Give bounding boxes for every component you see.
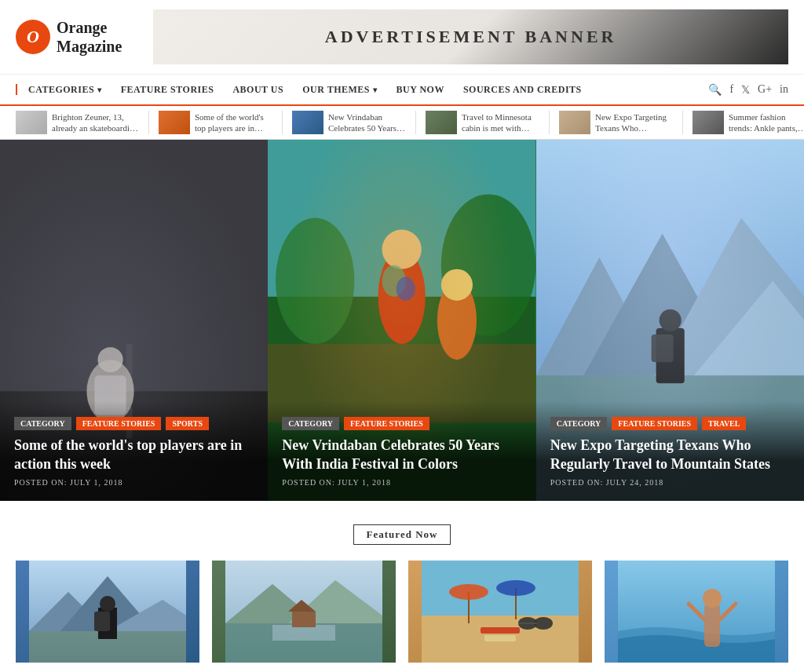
- hero-badges-right: Category Feature Stories Travel: [550, 417, 790, 430]
- svg-rect-40: [292, 612, 316, 627]
- nav-item-buy-now[interactable]: BUY NOW: [387, 74, 454, 105]
- svg-point-25: [659, 309, 681, 331]
- ticker-bar: Brighton Zeuner, 13, already an skateboa…: [0, 106, 804, 140]
- svg-rect-34: [94, 612, 110, 631]
- featured-thumb: [408, 561, 592, 663]
- hero-date-left: POSTED ON: JULY 1, 2018: [14, 478, 254, 487]
- svg-marker-21: [654, 217, 804, 375]
- featured-heading: Featured Now: [16, 524, 788, 545]
- search-icon[interactable]: 🔍: [708, 83, 722, 97]
- nav-item-feature-stories[interactable]: FEATURE STORIES: [111, 74, 224, 105]
- nav-item-our-themes[interactable]: OUR THEMES ▾: [293, 74, 386, 105]
- ticker-text: New Vrindaban Celebrates 50 Years With I…: [328, 111, 406, 134]
- linkedin-icon[interactable]: in: [780, 83, 788, 96]
- hero-title-right: New Expo Targeting Texans Who Regularly …: [550, 436, 790, 473]
- svg-marker-19: [536, 257, 663, 376]
- ticker-text: New Expo Targeting Texans Who Regularly …: [595, 111, 673, 134]
- svg-point-56: [703, 589, 722, 608]
- featured-heading-label: Featured Now: [353, 524, 451, 545]
- list-item[interactable]: Travel to Minnesota cabin is met with la…: [416, 111, 550, 134]
- ticker-thumb: [559, 111, 590, 134]
- svg-point-48: [496, 580, 535, 596]
- ticker-text: Some of the world's top players are in a…: [195, 111, 272, 134]
- svg-rect-26: [651, 334, 673, 362]
- badge-feature-stories-right[interactable]: Feature Stories: [612, 417, 697, 430]
- svg-point-13: [382, 230, 422, 269]
- navbar: CATEGORIES ▾ FEATURE STORIES ABOUT US OU…: [0, 75, 804, 106]
- svg-point-9: [276, 217, 354, 344]
- hero-item-right[interactable]: Category Feature Stories Travel New Expo…: [536, 140, 804, 501]
- badge-category-mid[interactable]: Category: [282, 417, 339, 430]
- ad-banner-text: ADVERTISEMENT BANNER: [325, 27, 617, 47]
- logo[interactable]: O Orange Magazine: [16, 18, 122, 56]
- list-item[interactable]: Some of the world's top players are in a…: [149, 111, 283, 134]
- badge-category[interactable]: Category: [14, 417, 71, 430]
- chevron-down-icon-2: ▾: [373, 86, 378, 94]
- badge-feature-stories-mid[interactable]: Feature Stories: [344, 417, 429, 430]
- hero-overlay-mid: Category Feature Stories New Vrindaban C…: [268, 401, 535, 501]
- list-item[interactable]: New Vrindaban Celebrates 50 Years With I…: [283, 111, 416, 134]
- nav-item-sources[interactable]: SOURCES AND CREDITS: [454, 74, 591, 105]
- featured-item[interactable]: [605, 561, 788, 663]
- featured-section: Featured Now: [0, 501, 804, 670]
- ticker-thumb: [426, 111, 457, 134]
- hero-title-left: Some of the world's top players are in a…: [14, 436, 254, 473]
- svg-marker-20: [583, 234, 741, 376]
- badge-sports[interactable]: Sports: [166, 417, 209, 430]
- hero-overlay-right: Category Feature Stories Travel New Expo…: [536, 401, 804, 501]
- ticker-text: Travel to Minnesota cabin is met with la…: [462, 111, 539, 134]
- svg-point-12: [378, 250, 426, 344]
- google-plus-icon[interactable]: G+: [758, 83, 772, 96]
- hero-date-right: POSTED ON: JULY 24, 2018: [550, 478, 790, 487]
- ticker-thumb: [159, 111, 190, 134]
- nav-item-categories[interactable]: CATEGORIES ▾: [19, 74, 111, 105]
- badge-feature-stories[interactable]: Feature Stories: [76, 417, 162, 430]
- badge-travel[interactable]: Travel: [702, 417, 746, 430]
- featured-item[interactable]: [408, 561, 592, 663]
- hero-badges-mid: Category Feature Stories: [282, 417, 521, 430]
- featured-thumb: [16, 561, 199, 663]
- ticker-thumb: [693, 111, 724, 134]
- featured-item[interactable]: [16, 561, 199, 663]
- ticker-thumb: [16, 111, 47, 134]
- svg-point-16: [437, 281, 477, 360]
- featured-item[interactable]: [212, 561, 396, 663]
- list-item[interactable]: Brighton Zeuner, 13, already an skateboa…: [16, 111, 149, 134]
- hero-badges-left: Category Feature Stories Sports: [14, 417, 254, 430]
- ad-banner: ADVERTISEMENT BANNER: [153, 9, 788, 64]
- hero-title-mid: New Vrindaban Celebrates 50 Years With I…: [282, 436, 521, 473]
- svg-rect-24: [656, 328, 684, 383]
- svg-point-14: [382, 265, 406, 297]
- chevron-down-icon: ▾: [97, 86, 102, 94]
- svg-rect-49: [481, 627, 520, 634]
- svg-point-15: [397, 277, 415, 301]
- svg-point-46: [449, 584, 488, 600]
- hero-overlay-left: Category Feature Stories Sports Some of …: [0, 401, 268, 501]
- hero-date-mid: POSTED ON: JULY 1, 2018: [282, 478, 521, 487]
- list-item[interactable]: New Expo Targeting Texans Who Regularly …: [550, 111, 683, 134]
- svg-point-10: [441, 194, 535, 336]
- list-item[interactable]: Summer fashion trends: Ankle pants, crop…: [683, 111, 804, 134]
- svg-point-33: [100, 596, 115, 612]
- nav-item-about-us[interactable]: ABOUT US: [223, 74, 293, 105]
- facebook-icon[interactable]: f: [729, 83, 733, 96]
- ticker-text: Summer fashion trends: Ankle pants, crop…: [729, 111, 804, 134]
- ticker-thumb: [292, 111, 323, 134]
- hero-grid: Category Feature Stories Sports Some of …: [0, 140, 804, 501]
- svg-marker-22: [693, 281, 804, 375]
- badge-category-right[interactable]: Category: [550, 417, 608, 430]
- featured-thumb: [212, 561, 396, 663]
- svg-rect-8: [268, 140, 535, 297]
- header: O Orange Magazine ADVERTISEMENT BANNER: [0, 0, 804, 75]
- hero-item-mid[interactable]: Category Feature Stories New Vrindaban C…: [268, 140, 535, 501]
- featured-thumb: [605, 561, 788, 663]
- svg-point-5: [97, 347, 122, 372]
- logo-circle: O: [16, 20, 50, 54]
- ticker-text: Brighton Zeuner, 13, already an skateboa…: [52, 111, 139, 134]
- svg-rect-50: [484, 635, 516, 641]
- svg-rect-55: [704, 604, 720, 647]
- twitter-icon[interactable]: 𝕏: [741, 83, 750, 97]
- svg-point-17: [441, 269, 473, 301]
- svg-rect-2: [126, 344, 133, 391]
- hero-item-left[interactable]: Category Feature Stories Sports Some of …: [0, 140, 268, 501]
